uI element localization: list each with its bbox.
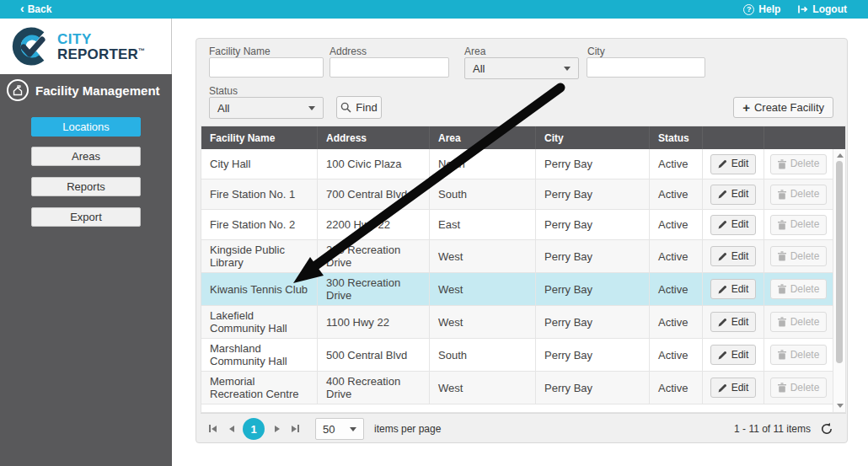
search-icon	[340, 102, 351, 113]
delete-button[interactable]: Delete	[770, 378, 828, 398]
pager-last-icon[interactable]	[292, 425, 299, 432]
delete-trash-icon	[778, 159, 786, 169]
cell-city: Perry Bay	[536, 240, 650, 272]
find-label: Find	[356, 101, 377, 114]
edit-button[interactable]: Edit	[710, 215, 757, 235]
edit-label: Edit	[731, 250, 749, 263]
top-bar: ‹ Back ? Help Logout	[0, 0, 868, 19]
edit-label: Edit	[731, 316, 749, 329]
cell-city: Perry Bay	[536, 306, 650, 338]
delete-button[interactable]: Delete	[770, 279, 828, 299]
pager-summary: 1 - 11 of 11 items	[734, 423, 811, 435]
column-header-city: City	[536, 126, 650, 149]
logo-text: CITY REPORTER™	[57, 32, 145, 62]
table-row[interactable]: Kingside Public Library 200 Recreation D…	[201, 240, 833, 273]
column-header-delete	[764, 126, 845, 149]
chevron-down-icon	[564, 67, 571, 71]
edit-button[interactable]: Edit	[710, 312, 757, 332]
status-select[interactable]: All	[209, 97, 324, 119]
edit-button[interactable]: Edit	[710, 185, 757, 205]
cell-status: Active	[650, 306, 703, 338]
back-chevron-icon: ‹	[20, 3, 24, 14]
cell-address: 300 Recreation Drive	[318, 273, 430, 305]
edit-button[interactable]: Edit	[710, 246, 757, 266]
scrollbar-up-icon[interactable]	[837, 153, 844, 158]
help-button[interactable]: ? Help	[743, 3, 780, 15]
cell-area: East	[430, 210, 536, 239]
logout-label: Logout	[812, 3, 847, 15]
pager-page-1[interactable]: 1	[243, 418, 265, 440]
delete-button[interactable]: Delete	[770, 215, 828, 235]
create-facility-button[interactable]: + Create Facility	[733, 97, 833, 118]
cell-address: 100 Civic Plaza	[318, 149, 430, 179]
sidebar-item-reports[interactable]: Reports	[31, 177, 141, 196]
facility-name-label: Facility Name	[209, 46, 271, 57]
delete-button[interactable]: Delete	[770, 345, 828, 365]
edit-button[interactable]: Edit	[710, 378, 757, 398]
facility-house-icon	[7, 79, 29, 101]
sidebar-item-areas[interactable]: Areas	[31, 147, 141, 166]
address-input[interactable]	[330, 57, 449, 78]
cell-city: Perry Bay	[536, 339, 650, 371]
cell-area: West	[430, 306, 536, 338]
items-per-page-label: items per page	[374, 423, 441, 435]
logo-tm: ™	[138, 47, 145, 55]
edit-label: Edit	[731, 382, 749, 394]
table-row[interactable]: City Hall 100 Civic Plaza North Perry Ba…	[201, 149, 833, 179]
scrollbar-down-icon[interactable]	[837, 404, 844, 408]
cell-area: South	[430, 179, 536, 209]
table-row[interactable]: Lakefield Community Hall 1100 Hwy 22 Wes…	[201, 306, 833, 339]
edit-label: Edit	[731, 349, 749, 362]
delete-trash-icon	[778, 317, 786, 327]
cell-address: 2200 Hwy 22	[318, 210, 430, 239]
table-row[interactable]: Fire Station No. 2 2200 Hwy 22 East Perr…	[201, 210, 833, 240]
delete-label: Delete	[790, 188, 820, 201]
pager-first-icon[interactable]	[209, 425, 217, 432]
edit-pencil-icon	[718, 318, 727, 327]
cell-address: 1100 Hwy 22	[318, 306, 430, 338]
edit-pencil-icon	[718, 190, 727, 199]
sidebar-item-export[interactable]: Export	[31, 207, 141, 227]
delete-button[interactable]: Delete	[770, 154, 828, 174]
pager-prev-icon[interactable]	[229, 426, 234, 432]
table-row[interactable]: Memorial Recreation Centre 400 Recreatio…	[201, 372, 833, 404]
back-button[interactable]: ‹ Back	[20, 3, 51, 15]
table-scrollbar	[833, 149, 845, 412]
cell-facility-name: Kiwanis Tennis Club	[201, 273, 318, 305]
plus-icon: +	[742, 101, 750, 114]
delete-button[interactable]: Delete	[770, 246, 828, 266]
area-select[interactable]: All	[464, 57, 579, 79]
chevron-down-icon	[308, 106, 315, 110]
column-header-facility-name: Facility Name	[201, 126, 318, 149]
cell-status: Active	[650, 273, 703, 305]
logout-button[interactable]: Logout	[797, 3, 847, 15]
table-row[interactable]: Marshland Community Hall 500 Central Blv…	[201, 339, 833, 372]
facility-name-input[interactable]	[209, 57, 324, 78]
pager-next-icon[interactable]	[275, 426, 280, 432]
city-input[interactable]	[587, 57, 705, 78]
facility-panel: Facility Name Address Area City Status A…	[196, 38, 848, 443]
find-button[interactable]: Find	[336, 96, 382, 119]
delete-button[interactable]: Delete	[770, 185, 828, 205]
city-label: City	[587, 46, 605, 57]
pager-bar: 1 50 items per page 1 - 11 of 11 items	[201, 413, 846, 443]
scrollbar-thumb[interactable]	[836, 161, 843, 363]
delete-button[interactable]: Delete	[770, 312, 828, 332]
cell-area: West	[430, 273, 536, 305]
column-header-area: Area	[430, 126, 536, 149]
delete-trash-icon	[778, 190, 786, 200]
section-title: Facility Management	[35, 83, 160, 98]
table-row[interactable]: Kiwanis Tennis Club 300 Recreation Drive…	[201, 273, 833, 306]
table-row[interactable]: Fire Station No. 1 700 Central Blvd Sout…	[201, 179, 833, 210]
cell-facility-name: Fire Station No. 1	[201, 179, 318, 209]
cell-facility-name: City Hall	[201, 149, 318, 179]
edit-button[interactable]: Edit	[710, 345, 757, 365]
refresh-icon[interactable]	[819, 421, 834, 437]
page-size-select[interactable]: 50	[315, 418, 364, 440]
edit-button[interactable]: Edit	[710, 154, 757, 174]
delete-trash-icon	[778, 284, 786, 294]
cell-city: Perry Bay	[536, 149, 650, 179]
address-label: Address	[330, 46, 367, 57]
edit-button[interactable]: Edit	[710, 279, 757, 299]
sidebar-item-locations[interactable]: Locations	[31, 117, 141, 137]
